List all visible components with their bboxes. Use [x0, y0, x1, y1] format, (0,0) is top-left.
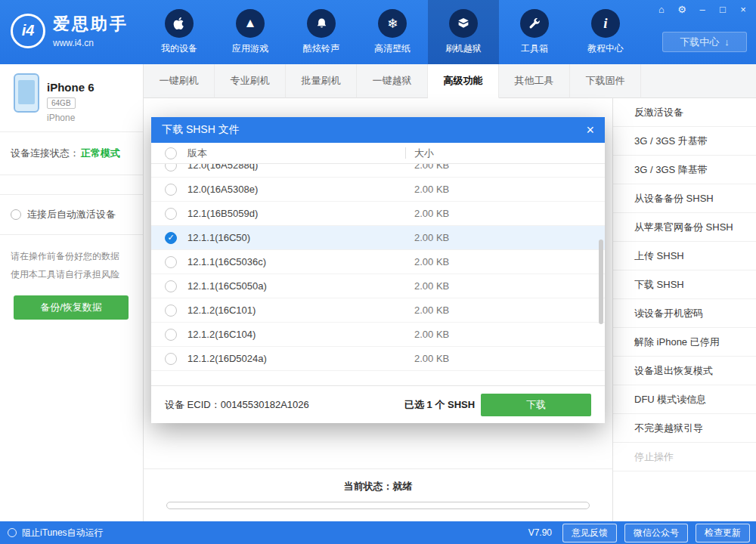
download-center-label: 下载中心 [680, 36, 719, 49]
row-checkbox-icon[interactable] [165, 208, 177, 220]
wechat-official-button[interactable]: 微信公众号 [624, 524, 688, 542]
gear-icon[interactable]: ⚙ [677, 4, 687, 15]
nav-item-tutorials[interactable]: i 教程中心 [570, 0, 641, 64]
menu-item-baseband-downgrade[interactable]: 3G / 3GS 降基带 [613, 156, 756, 184]
header: i4 爱思助手 www.i4.cn 我的设备 ▲ 应用游戏 酷炫铃声 ❄ 高清壁… [0, 0, 756, 64]
app-logo: i4 爱思助手 www.i4.cn [11, 13, 129, 48]
row-checkbox-icon[interactable] [165, 280, 177, 292]
shsh-table-row[interactable]: 12.0(16A5308e) 2.00 KB [151, 178, 605, 202]
tab-download-firmware[interactable]: 下载固件 [570, 64, 641, 98]
column-header-size: 大小 [414, 147, 434, 160]
row-version: 12.1.2(16D5024a) [187, 353, 267, 364]
nav-item-ringtones[interactable]: 酷炫铃声 [286, 0, 357, 64]
block-itunes-label: 阻止iTunes自动运行 [22, 527, 104, 539]
shsh-table-row[interactable]: 12.1(16B5059d) 2.00 KB [151, 202, 605, 226]
download-button[interactable]: 下载 [481, 394, 591, 416]
nav-item-label: 应用游戏 [232, 42, 268, 55]
tab-bar-filler [641, 64, 756, 98]
close-icon[interactable]: × [738, 4, 748, 15]
main-nav: 我的设备 ▲ 应用游戏 酷炫铃声 ❄ 高清壁纸 刷机越狱 工具箱 i 教程中心 [144, 0, 641, 64]
nav-item-flash-jailbreak[interactable]: 刷机越狱 [428, 0, 499, 64]
menu-item-deactivate-device[interactable]: 反激活设备 [613, 98, 756, 127]
block-itunes-toggle[interactable]: 阻止iTunes自动运行 [8, 527, 104, 539]
menu-item-download-shsh[interactable]: 下载 SHSH [613, 270, 756, 299]
wrench-icon [520, 9, 549, 38]
progress-bar [166, 502, 590, 509]
row-checkbox-icon[interactable] [165, 164, 177, 172]
bottom-bar: 阻止iTunes自动运行 V7.90 意见反馈微信公众号检查更新 [0, 521, 756, 544]
connection-value: 正常模式 [81, 147, 120, 160]
check-update-button[interactable]: 检查更新 [696, 524, 750, 542]
shsh-table-row[interactable]: 12.1.2(16D5024a) 2.00 KB [151, 347, 605, 371]
row-version: 12.1.1(16C5050a) [187, 280, 267, 292]
nav-item-toolbox[interactable]: 工具箱 [499, 0, 570, 64]
tab-other-tools[interactable]: 其他工具 [499, 64, 570, 98]
menu-item-baseband-upgrade[interactable]: 3G / 3GS 升基带 [613, 127, 756, 156]
nav-item-label: 酷炫铃声 [303, 42, 339, 55]
shsh-table-row[interactable]: 12.1.1(16C5050a) 2.00 KB [151, 274, 605, 298]
logo-text: i4 [22, 22, 35, 39]
shsh-table: 12.0(16A5288q) 2.00 KB 12.0(16A5308e) 2.… [151, 164, 605, 385]
row-checkbox-icon[interactable] [165, 304, 177, 317]
minimize-icon[interactable]: – [697, 4, 708, 15]
nav-item-label: 高清壁纸 [374, 42, 411, 55]
tab-one-key-flash[interactable]: 一键刷机 [144, 64, 215, 98]
row-checkbox-icon[interactable] [165, 184, 177, 196]
table-header: 版本 大小 [151, 143, 605, 164]
shsh-table-row[interactable]: ✓ 12.1.1(16C50) 2.00 KB [151, 226, 605, 250]
sidebar-divider [0, 175, 143, 195]
menu-item-dfu-read-info[interactable]: DFU 模式读信息 [613, 385, 756, 414]
device-type: iPhone [47, 113, 75, 123]
device-sidebar: iPhone 6 64GB iPhone 设备连接状态： 正常模式 连接后自动激… [0, 64, 144, 521]
notice-line-1: 请在操作前备份好您的数据 [11, 247, 132, 265]
row-checkbox-icon[interactable] [165, 353, 177, 365]
shsh-table-row[interactable]: 12.1.1(16C5036c) 2.00 KB [151, 250, 605, 274]
nav-item-my-devices[interactable]: 我的设备 [144, 0, 215, 64]
nav-item-apps-games[interactable]: ▲ 应用游戏 [215, 0, 286, 64]
menu-item-read-passcode[interactable]: 读设备开机密码 [613, 299, 756, 328]
row-checkbox-icon[interactable] [165, 256, 177, 268]
select-all-checkbox-icon[interactable] [165, 147, 177, 159]
auto-activate-toggle[interactable]: 连接后自动激活设备 [0, 195, 143, 235]
menu-item-backup-shsh-from-device[interactable]: 从设备备份 SHSH [613, 184, 756, 213]
tab-pro-flash[interactable]: 专业刷机 [215, 64, 286, 98]
menu-item-backup-shsh-from-apple[interactable]: 从苹果官网备份 SHSH [613, 213, 756, 242]
row-size: 2.00 KB [414, 184, 449, 195]
info-icon: i [591, 9, 620, 38]
menu-item-exit-recovery-mode[interactable]: 设备退出恢复模式 [613, 357, 756, 385]
tab-one-key-jailbreak[interactable]: 一键越狱 [357, 64, 428, 98]
selected-count: 已选 1 个 SHSH [404, 398, 475, 412]
flower-icon: ❄ [378, 9, 407, 38]
shsh-table-row[interactable]: 12.1.2(16C104) 2.00 KB [151, 323, 605, 347]
scrollbar-thumb[interactable] [599, 240, 603, 324]
status-area: 当前状态：就绪 [144, 468, 612, 521]
row-version: 12.1(16B5059d) [187, 208, 258, 219]
nav-item-wallpapers[interactable]: ❄ 高清壁纸 [357, 0, 428, 64]
row-checkbox-icon[interactable]: ✓ [165, 232, 177, 244]
row-version: 12.0(16A5308e) [187, 184, 258, 195]
menu-item-remove-iphone-disabled[interactable]: 解除 iPhone 已停用 [613, 328, 756, 357]
advanced-functions-menu: 反激活设备3G / 3GS 升基带3G / 3GS 降基带从设备备份 SHSH从… [612, 98, 756, 521]
dialog-title: 下载 SHSH 文件 [162, 123, 240, 137]
dialog-title-bar: 下载 SHSH 文件 × [151, 117, 605, 143]
box-icon [449, 9, 478, 38]
backup-restore-button[interactable]: 备份/恢复数据 [14, 295, 129, 320]
row-version: 12.0(16A5288q) [187, 164, 258, 171]
row-size: 2.00 KB [414, 256, 449, 267]
auto-activate-label: 连接后自动激活设备 [27, 208, 116, 221]
home-icon[interactable]: ⌂ [656, 4, 667, 15]
nav-item-label: 刷机越狱 [445, 42, 482, 55]
row-checkbox-icon[interactable] [165, 329, 177, 341]
shsh-table-row[interactable]: 12.1.2(16C101) 2.00 KB [151, 298, 605, 323]
shsh-table-row[interactable]: 12.0(16A5288q) 2.00 KB [151, 164, 605, 178]
close-icon[interactable]: × [586, 123, 594, 137]
maximize-icon[interactable]: □ [717, 4, 728, 15]
row-version: 12.1.2(16C101) [187, 304, 256, 316]
download-center-button[interactable]: 下载中心 ↓ [662, 32, 747, 52]
menu-item-imperfect-jailbreak-guide[interactable]: 不完美越狱引导 [613, 414, 756, 443]
backup-notice: 请在操作前备份好您的数据 使用本工具请自行承担风险 备份/恢复数据 [0, 235, 143, 320]
tab-advanced[interactable]: 高级功能 [428, 64, 499, 98]
menu-item-upload-shsh[interactable]: 上传 SHSH [613, 242, 756, 270]
feedback-button[interactable]: 意见反馈 [562, 524, 617, 542]
tab-batch-flash[interactable]: 批量刷机 [286, 64, 357, 98]
